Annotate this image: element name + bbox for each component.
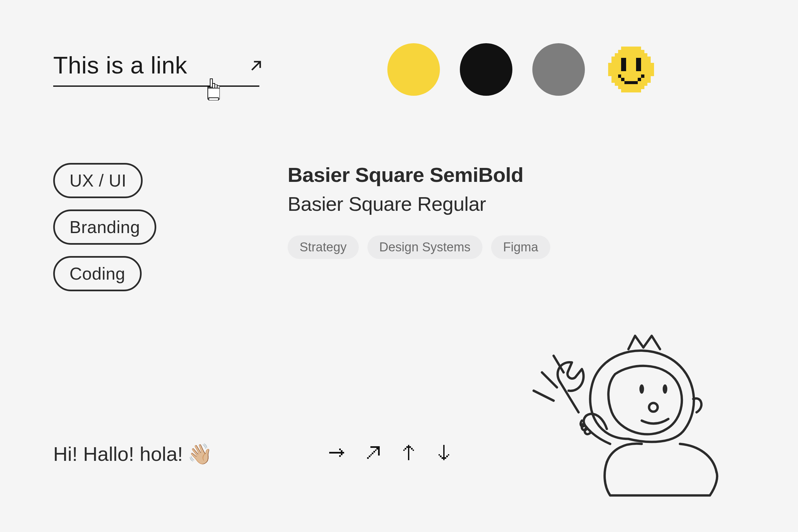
svg-rect-20 — [641, 75, 644, 78]
svg-rect-35 — [372, 453, 374, 454]
tag-design-systems[interactable]: Design Systems — [367, 235, 483, 259]
color-swatches — [387, 43, 657, 96]
svg-rect-34 — [374, 451, 375, 453]
svg-rect-16 — [621, 89, 641, 92]
greeting-words: Hi! Hallo! hola! — [53, 442, 183, 466]
svg-rect-54 — [448, 454, 450, 456]
svg-rect-10 — [611, 57, 651, 60]
pointer-cursor-icon — [203, 77, 222, 103]
tag-group: Strategy Design Systems Figma — [288, 235, 550, 259]
smiley-icon — [605, 43, 657, 96]
font-regular-label: Basier Square Regular — [288, 192, 550, 215]
svg-rect-9 — [615, 53, 648, 57]
svg-line-59 — [534, 391, 554, 401]
svg-rect-5 — [208, 88, 220, 99]
arrow-right-icon — [327, 442, 347, 464]
svg-rect-51 — [440, 456, 441, 457]
arrow-up-icon — [399, 442, 418, 464]
svg-rect-43 — [405, 448, 406, 450]
svg-rect-53 — [439, 454, 440, 456]
svg-rect-15 — [618, 86, 644, 89]
svg-point-56 — [663, 384, 667, 394]
svg-rect-29 — [339, 455, 341, 457]
svg-rect-31 — [378, 446, 380, 456]
svg-line-58 — [542, 373, 557, 387]
svg-rect-12 — [608, 63, 654, 76]
tag-figma[interactable]: Figma — [491, 235, 550, 259]
svg-rect-8 — [618, 50, 644, 53]
arrow-up-right-icon — [248, 58, 264, 75]
svg-rect-49 — [441, 457, 443, 459]
svg-rect-28 — [341, 454, 342, 455]
svg-rect-39 — [408, 446, 410, 460]
svg-rect-18 — [636, 58, 641, 71]
swatch-gray — [532, 43, 585, 96]
svg-rect-21 — [621, 78, 624, 81]
character-with-wrench-icon — [529, 329, 735, 504]
svg-rect-26 — [341, 450, 342, 452]
svg-rect-25 — [339, 449, 341, 450]
link-sample: This is a link — [53, 52, 259, 87]
arrow-up-right-icon — [364, 443, 383, 463]
svg-rect-17 — [621, 58, 626, 71]
pill-branding[interactable]: Branding — [53, 209, 156, 245]
svg-rect-50 — [444, 457, 446, 459]
svg-rect-6 — [209, 98, 218, 100]
pill-group: UX / UI Branding Coding — [53, 163, 156, 291]
arrow-down-icon — [435, 442, 453, 464]
svg-rect-24 — [329, 452, 342, 454]
arrow-icon-row — [327, 442, 453, 464]
svg-rect-41 — [406, 446, 408, 448]
svg-rect-38 — [367, 457, 369, 459]
pill-coding[interactable]: Coding — [53, 256, 141, 291]
svg-rect-7 — [621, 46, 641, 50]
svg-rect-40 — [408, 445, 410, 446]
link-text[interactable]: This is a link — [53, 52, 187, 78]
svg-rect-45 — [403, 450, 405, 451]
svg-rect-46 — [413, 450, 414, 451]
swatch-black — [460, 43, 512, 96]
swatch-yellow — [387, 43, 440, 96]
svg-rect-1 — [212, 83, 215, 88]
svg-rect-52 — [446, 456, 448, 457]
wave-hand-icon: 👋🏼 — [188, 442, 212, 466]
svg-rect-19 — [618, 75, 622, 78]
svg-rect-48 — [443, 459, 445, 460]
svg-rect-37 — [369, 456, 370, 457]
pill-ux-ui[interactable]: UX / UI — [53, 163, 142, 198]
font-semibold-label: Basier Square SemiBold — [288, 163, 550, 187]
svg-rect-36 — [370, 454, 372, 456]
link-underline — [53, 86, 259, 87]
svg-rect-32 — [376, 448, 378, 450]
svg-rect-47 — [443, 445, 445, 459]
svg-rect-42 — [409, 446, 411, 448]
svg-point-57 — [649, 403, 658, 412]
svg-rect-33 — [375, 450, 377, 451]
tag-strategy[interactable]: Strategy — [288, 235, 359, 259]
svg-rect-27 — [342, 452, 344, 454]
typography-sample: Basier Square SemiBold Basier Square Reg… — [288, 163, 550, 259]
svg-rect-0 — [210, 79, 212, 87]
svg-rect-23 — [624, 81, 638, 84]
greeting-text: Hi! Hallo! hola! 👋🏼 — [53, 442, 212, 466]
svg-rect-22 — [638, 78, 641, 81]
svg-rect-44 — [411, 448, 413, 450]
svg-point-55 — [640, 384, 644, 394]
